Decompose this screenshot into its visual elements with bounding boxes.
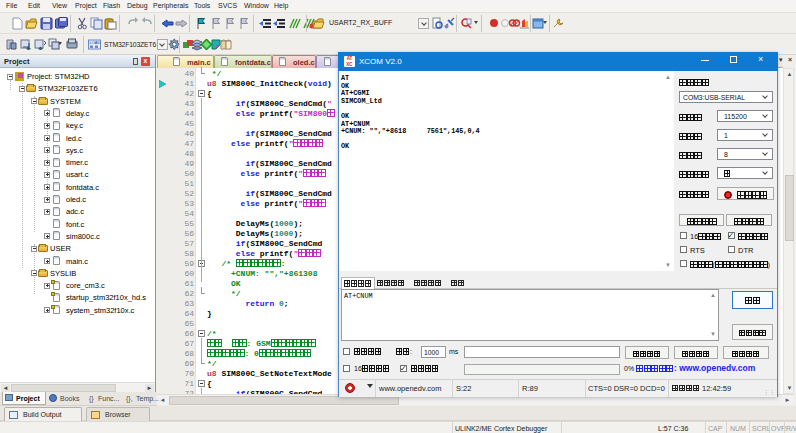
svg-text:LOAD: LOAD (90, 40, 101, 45)
